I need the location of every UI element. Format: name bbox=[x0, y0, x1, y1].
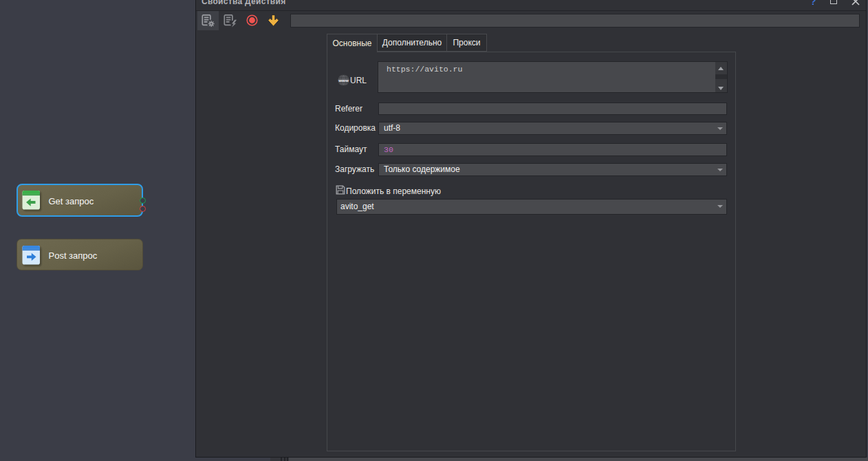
svg-text:www: www bbox=[338, 78, 349, 83]
